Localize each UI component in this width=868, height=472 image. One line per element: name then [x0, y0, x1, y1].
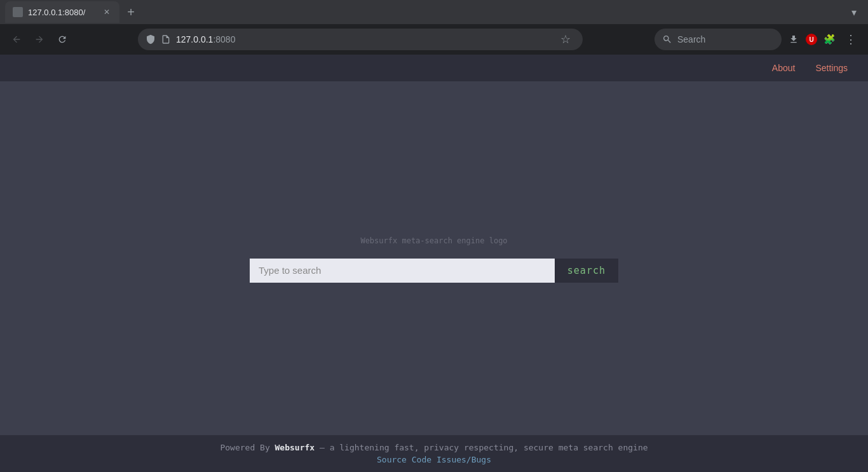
url-page-icon — [161, 34, 171, 44]
new-tab-button[interactable]: + — [122, 3, 140, 21]
address-bar: 127.0.0.1:8080 ☆ Search U 🧩 ⋮ — [0, 24, 868, 55]
footer-brand: Websurfx — [275, 443, 315, 452]
active-tab[interactable]: 127.0.0.1:8080/ ✕ — [5, 1, 119, 23]
forward-button[interactable] — [31, 30, 48, 48]
url-port: :8080 — [213, 34, 235, 44]
tab-favicon-icon — [13, 7, 23, 17]
source-code-link[interactable]: Source Code — [377, 455, 431, 464]
nav-links: About Settings — [762, 57, 858, 79]
browser-chrome: 127.0.0.1:8080/ ✕ + ▾ 127.0.0.1:8080 — [0, 0, 868, 55]
logo-area: Websurfx meta-search engine logo — [360, 234, 507, 246]
footer-powered-by: Powered By Websurfx – a lightening fast,… — [10, 443, 858, 452]
browser-search-label: Search — [677, 34, 705, 44]
footer: Powered By Websurfx – a lightening fast,… — [0, 435, 868, 472]
bookmark-star-button[interactable]: ☆ — [556, 30, 575, 49]
ublock-icon[interactable]: U — [806, 34, 817, 45]
footer-prefix: Powered By — [220, 443, 275, 452]
reload-button[interactable] — [53, 30, 71, 48]
download-button[interactable] — [784, 30, 803, 49]
back-button[interactable] — [8, 30, 25, 48]
tab-bar: 127.0.0.1:8080/ ✕ + ▾ — [0, 0, 868, 24]
url-security-icon — [146, 34, 156, 44]
logo-text: Websurfx meta-search engine logo — [360, 236, 507, 245]
toolbar-right: Search U 🧩 ⋮ — [654, 29, 860, 50]
tab-bar-right: ▾ — [845, 3, 863, 21]
search-input[interactable] — [250, 259, 555, 283]
main-content: Websurfx meta-search engine logo search — [0, 81, 868, 435]
issues-link[interactable]: Issues/Bugs — [437, 455, 491, 464]
tab-title: 127.0.0.1:8080/ — [28, 8, 97, 17]
search-area: search — [250, 259, 618, 283]
url-text: 127.0.0.1:8080 — [176, 34, 551, 44]
tab-close-button[interactable]: ✕ — [102, 7, 112, 17]
url-host: 127.0.0.1 — [176, 34, 213, 44]
extensions-button[interactable]: 🧩 — [820, 30, 839, 49]
settings-link[interactable]: Settings — [805, 57, 858, 79]
about-link[interactable]: About — [762, 57, 806, 79]
footer-suffix: – a lightening fast, privacy respecting,… — [315, 443, 648, 452]
browser-search-box[interactable]: Search — [654, 29, 782, 50]
tab-dropdown-button[interactable]: ▾ — [845, 3, 863, 21]
url-box[interactable]: 127.0.0.1:8080 ☆ — [138, 29, 583, 50]
footer-links: Source Code Issues/Bugs — [10, 455, 858, 464]
search-button[interactable]: search — [555, 259, 618, 283]
app-navbar: About Settings — [0, 55, 868, 81]
menu-button[interactable]: ⋮ — [841, 30, 860, 49]
